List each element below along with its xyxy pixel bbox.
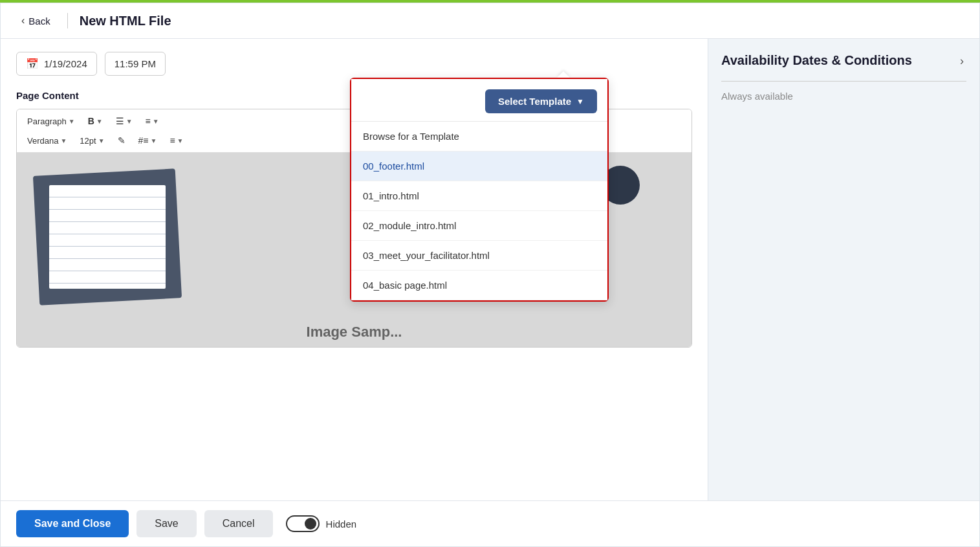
back-button[interactable]: ‹ Back — [16, 12, 56, 29]
select-template-label: Select Template — [498, 96, 571, 107]
save-button[interactable]: Save — [136, 510, 196, 537]
page-title: New HTML File — [80, 14, 171, 28]
expand-button[interactable]: › — [957, 52, 966, 71]
back-chevron-icon: ‹ — [21, 15, 25, 27]
footer-bar: Save and Close Save Cancel Hidden — [1, 500, 979, 546]
template-area: Select Template ▼ Browse for a Template … — [350, 78, 609, 302]
template-item-footer[interactable]: 00_footer.html — [351, 151, 607, 181]
toggle-knob — [305, 518, 316, 530]
toggle-track — [286, 515, 320, 532]
indent-icon: ≡ — [169, 135, 175, 146]
select-template-button[interactable]: Select Template ▼ — [485, 89, 597, 113]
datetime-row: 📅 1/19/2024 11:59 PM — [16, 52, 692, 76]
visibility-toggle[interactable]: Hidden — [286, 515, 357, 532]
time-value: 11:59 PM — [114, 58, 156, 69]
font-label: Verdana — [27, 136, 58, 146]
template-item-intro[interactable]: 01_intro.html — [351, 181, 607, 211]
template-item-module-intro[interactable]: 02_module_intro.html — [351, 211, 607, 241]
bold-icon: B — [88, 116, 94, 126]
calendar-icon: 📅 — [26, 58, 39, 70]
template-browse-item[interactable]: Browse for a Template — [351, 122, 607, 151]
bold-dropdown[interactable]: B ▼ — [83, 113, 108, 129]
indent-chevron-icon: ▼ — [177, 137, 184, 144]
right-panel-divider — [721, 81, 966, 82]
list-dropdown[interactable]: ≡ ▼ — [140, 113, 164, 129]
align-chevron-icon: ▼ — [126, 118, 133, 125]
list-chevron-icon: ▼ — [153, 118, 159, 125]
back-label: Back — [28, 16, 50, 27]
date-field[interactable]: 📅 1/19/2024 — [16, 52, 97, 76]
indent-dropdown[interactable]: ≡ ▼ — [164, 133, 188, 148]
size-chevron-icon: ▼ — [98, 137, 105, 144]
font-dropdown[interactable]: Verdana ▼ — [22, 133, 72, 148]
size-label: 12pt — [80, 136, 96, 146]
template-dropdown-header: Select Template ▼ — [351, 79, 607, 122]
template-list[interactable]: Browse for a Template 00_footer.html 01_… — [351, 122, 607, 300]
font-chevron-icon: ▼ — [60, 137, 67, 144]
right-panel: Availability Dates & Conditions › Always… — [708, 39, 979, 500]
numbering-dropdown[interactable]: #≡ ▼ — [133, 133, 162, 148]
template-item-facilitator[interactable]: 03_meet_your_facilitator.html — [351, 241, 607, 271]
visibility-label: Hidden — [326, 519, 357, 530]
content-area: 📅 1/19/2024 11:59 PM Page Content Paragr… — [1, 39, 979, 500]
template-chevron-icon: ▼ — [576, 97, 584, 106]
template-dropdown-wrapper: Select Template ▼ Browse for a Template … — [350, 78, 609, 302]
cancel-button[interactable]: Cancel — [204, 510, 273, 537]
date-value: 1/19/2024 — [44, 58, 87, 69]
align-icon: ☰ — [116, 116, 124, 126]
style-chevron-icon: ▼ — [69, 118, 75, 125]
size-dropdown[interactable]: 12pt ▼ — [74, 133, 109, 148]
facilitator-label: 03_meet_your_facilitator.html — [363, 250, 490, 261]
style-dropdown[interactable]: Paragraph ▼ — [22, 114, 80, 129]
module-intro-label: 02_module_intro.html — [363, 220, 456, 231]
list-icon: ≡ — [146, 116, 151, 126]
numbering-icon: #≡ — [138, 135, 149, 146]
style-label: Paragraph — [27, 117, 67, 126]
footer-label: 00_footer.html — [363, 161, 424, 172]
basic-label: 04_basic page.html — [363, 280, 447, 291]
template-item-basic[interactable]: 04_basic page.html — [351, 271, 607, 300]
intro-label: 01_intro.html — [363, 190, 419, 201]
dropdown-arrow — [557, 71, 570, 78]
numbering-chevron-icon: ▼ — [151, 137, 157, 144]
time-field[interactable]: 11:59 PM — [105, 52, 166, 76]
toggle-switch[interactable] — [286, 515, 320, 532]
header: ‹ Back New HTML File — [1, 3, 979, 39]
main-panel: 📅 1/19/2024 11:59 PM Page Content Paragr… — [1, 39, 708, 500]
availability-text: Always available — [721, 91, 966, 102]
paint-format-btn[interactable]: ✎ — [113, 133, 131, 148]
bold-chevron-icon: ▼ — [96, 118, 103, 125]
right-panel-header: Availability Dates & Conditions › — [721, 52, 966, 71]
main-container: ‹ Back New HTML File 📅 1/19/2024 11:59 P… — [0, 3, 980, 547]
right-panel-title: Availability Dates & Conditions — [721, 52, 912, 69]
save-close-button[interactable]: Save and Close — [16, 510, 129, 537]
browse-label: Browse for a Template — [363, 131, 459, 142]
header-divider — [67, 13, 68, 28]
image-caption: Image Samp... — [307, 324, 402, 340]
paint-format-icon: ✎ — [118, 135, 125, 146]
notebook-lines-graphic — [49, 185, 166, 289]
align-dropdown[interactable]: ☰ ▼ — [111, 113, 138, 129]
